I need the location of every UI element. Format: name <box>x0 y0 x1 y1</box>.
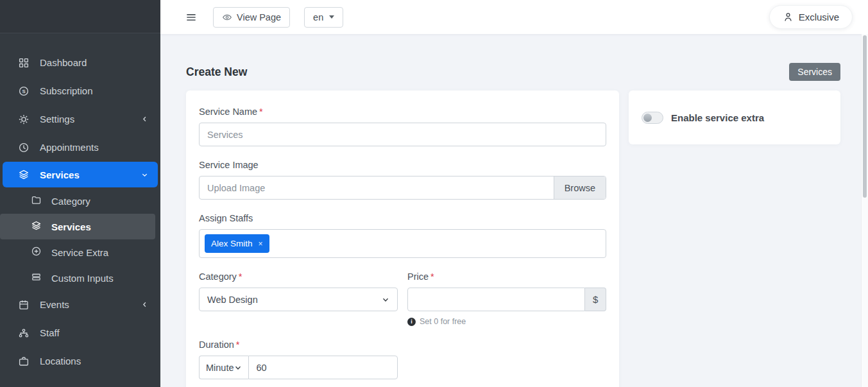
duration-group: Duration* Minute <box>199 340 606 379</box>
price-label: Price* <box>407 271 606 282</box>
page-content: Create New Services Service Name* Servic… <box>160 34 868 387</box>
sidebar-logo-area <box>0 0 160 33</box>
chevron-left-icon <box>140 300 149 309</box>
chevron-left-icon <box>140 115 149 123</box>
create-service-form: Service Name* Service Image Upload Image… <box>186 90 619 387</box>
sidebar-subitem-label: Services <box>51 221 91 232</box>
dashboard-grid-icon <box>18 57 30 69</box>
subscription-icon: S <box>18 85 30 97</box>
person-icon <box>783 12 794 22</box>
sidebar-item-label: Staff <box>40 327 60 338</box>
assign-staffs-group: Assign Staffs Alex Smith × <box>199 213 606 258</box>
gear-icon <box>18 114 30 125</box>
sidebar-item-events[interactable]: Events <box>0 291 160 318</box>
sidebar-item-services[interactable]: Services <box>3 162 158 187</box>
sidebar-item-staff[interactable]: Staff <box>0 319 160 347</box>
duration-label: Duration* <box>199 340 606 350</box>
required-mark: * <box>259 107 263 117</box>
caret-down-icon <box>329 15 334 19</box>
assign-staffs-multiselect[interactable]: Alex Smith × <box>199 229 606 258</box>
vertical-scrollbar <box>861 34 868 387</box>
sidebar-subitem-label: Category <box>51 196 90 207</box>
service-name-input[interactable] <box>199 123 606 146</box>
required-mark: * <box>430 271 434 282</box>
duration-value-input[interactable] <box>248 356 398 379</box>
sidebar-nav: Dashboard S Subscription Settings Appoin… <box>0 33 160 375</box>
category-price-row: Category* Web Design Price* $ <box>199 271 606 326</box>
sidebar-subitem-label: Service Extra <box>51 247 108 258</box>
required-mark: * <box>239 271 243 282</box>
sidebar-item-label: Dashboard <box>40 57 87 68</box>
service-image-label: Service Image <box>199 160 606 170</box>
sidebar-item-locations[interactable]: Locations <box>0 347 160 375</box>
service-image-group: Service Image Upload Image Browse <box>199 160 606 200</box>
plus-circle-icon <box>31 246 42 259</box>
chevron-down-icon <box>234 364 242 372</box>
main-area: View Page en Exclusive Create New Servic… <box>160 0 868 387</box>
sidebar-item-settings[interactable]: Settings <box>0 105 160 133</box>
tag-remove-icon[interactable]: × <box>259 240 263 248</box>
service-name-group: Service Name* <box>199 107 606 146</box>
topbar: View Page en Exclusive <box>160 0 868 34</box>
clock-icon <box>18 142 30 153</box>
upload-image-placeholder: Upload Image <box>200 176 554 199</box>
sidebar-subitem-service-extra[interactable]: Service Extra <box>0 239 160 265</box>
category-select[interactable]: Web Design <box>199 288 398 311</box>
price-hint-text: Set 0 for free <box>420 317 466 326</box>
sidebar-item-label: Settings <box>40 114 74 125</box>
svg-text:S: S <box>22 88 25 94</box>
services-badge: Services <box>789 63 840 81</box>
category-label: Category* <box>199 271 398 282</box>
view-page-label: View Page <box>237 12 281 22</box>
duration-unit-select[interactable]: Minute <box>199 356 248 379</box>
sitemap-icon <box>18 327 30 339</box>
calendar-icon <box>18 299 30 311</box>
view-page-button[interactable]: View Page <box>213 7 290 28</box>
sidebar-subitem-services[interactable]: Services <box>0 214 155 239</box>
page-title: Create New <box>186 65 247 79</box>
category-group: Category* Web Design <box>199 271 398 326</box>
briefcase-icon <box>18 356 30 367</box>
hamburger-menu-icon[interactable] <box>183 10 199 25</box>
input-rows-icon <box>31 271 42 284</box>
sidebar-subitem-label: Custom Inputs <box>51 273 114 284</box>
duration-unit-value: Minute <box>206 363 234 373</box>
sidebar: Dashboard S Subscription Settings Appoin… <box>0 0 160 387</box>
service-image-file-input[interactable]: Upload Image Browse <box>199 176 606 200</box>
sidebar-item-subscription[interactable]: S Subscription <box>0 77 160 105</box>
service-extra-panel: Enable service extra <box>629 90 840 144</box>
required-mark: * <box>236 340 240 350</box>
price-input[interactable] <box>407 288 585 311</box>
folder-icon <box>31 194 42 207</box>
enable-service-extra-toggle[interactable] <box>642 112 663 124</box>
staff-tag: Alex Smith × <box>205 234 269 253</box>
staff-tag-name: Alex Smith <box>211 239 253 248</box>
sidebar-item-label: Appointments <box>40 142 99 153</box>
exclusive-label: Exclusive <box>799 12 839 22</box>
sidebar-item-appointments[interactable]: Appointments <box>0 133 160 161</box>
sidebar-subitem-custom-inputs[interactable]: Custom Inputs <box>0 265 160 291</box>
eye-icon <box>222 12 232 22</box>
browse-button[interactable]: Browse <box>554 176 606 199</box>
sidebar-item-label: Services <box>40 169 80 180</box>
info-icon: i <box>407 318 416 326</box>
chevron-down-icon <box>140 171 149 179</box>
price-group: Price* $ i Set 0 for free <box>407 271 606 326</box>
title-row: Create New Services <box>186 62 840 82</box>
sidebar-item-label: Locations <box>40 356 81 366</box>
exclusive-user-button[interactable]: Exclusive <box>769 5 853 29</box>
chevron-down-icon <box>382 296 389 304</box>
category-selected-value: Web Design <box>207 295 258 305</box>
sidebar-subitem-category[interactable]: Category <box>0 188 160 214</box>
scrollbar-thumb[interactable] <box>863 35 867 198</box>
toggle-knob <box>643 114 652 122</box>
sidebar-item-dashboard[interactable]: Dashboard <box>0 49 160 76</box>
sidebar-item-label: Events <box>40 299 69 310</box>
language-value: en <box>313 12 323 22</box>
currency-addon: $ <box>585 288 606 311</box>
layers-icon <box>18 169 30 180</box>
language-dropdown[interactable]: en <box>304 7 343 28</box>
layers-icon <box>31 220 42 233</box>
service-name-label: Service Name* <box>199 107 606 117</box>
assign-staffs-label: Assign Staffs <box>199 213 606 223</box>
